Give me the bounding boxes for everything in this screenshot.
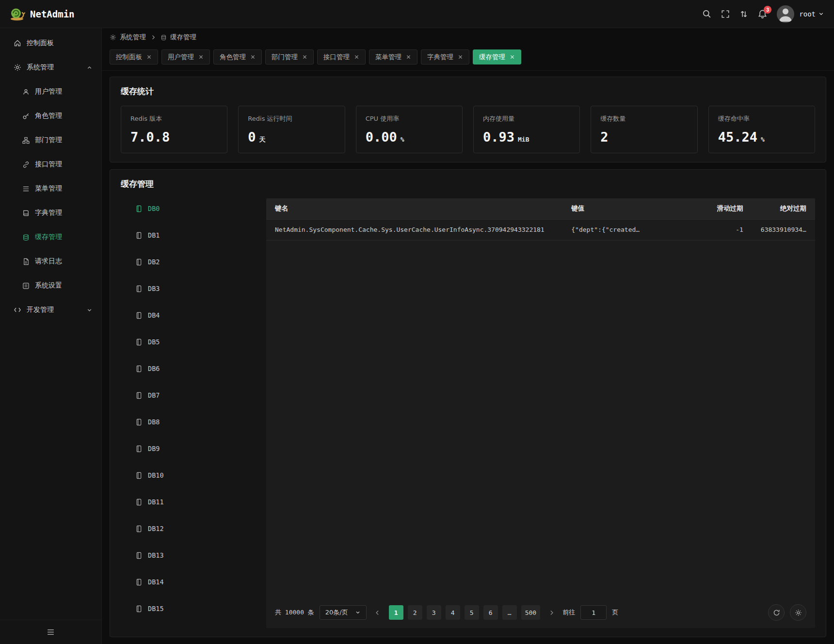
notifications-button[interactable]: 3: [758, 9, 767, 18]
db-item[interactable]: DB7: [135, 387, 266, 403]
db-item[interactable]: DB0: [135, 200, 266, 217]
app-header: NetAdmin 3: [0, 0, 834, 28]
close-icon[interactable]: [302, 54, 307, 60]
user-menu[interactable]: root: [777, 5, 824, 23]
close-icon[interactable]: [510, 54, 515, 60]
book-icon: [22, 209, 30, 217]
stat-label: 内存使用量: [483, 114, 570, 123]
breadcrumb-label: 系统管理: [120, 33, 146, 42]
cell-sliding-expiry: -1: [689, 219, 752, 240]
prev-page-button[interactable]: [372, 605, 384, 620]
close-icon[interactable]: [146, 54, 152, 60]
page-button[interactable]: 6: [483, 605, 498, 620]
db-item[interactable]: DB15: [135, 600, 266, 617]
search-button[interactable]: [702, 9, 711, 18]
sidebar-item-dictionaries[interactable]: 字典管理: [0, 201, 101, 225]
tab[interactable]: 用户管理: [161, 49, 210, 64]
sidebar-item-system[interactable]: 系统管理: [0, 55, 101, 80]
db-list: DB0 DB1 DB2: [121, 198, 266, 628]
app-title: NetAdmin: [30, 9, 75, 19]
tab-label: 部门管理: [272, 53, 298, 62]
close-icon[interactable]: [406, 54, 411, 60]
column-sliding-expiry: 滑动过期: [689, 198, 752, 219]
db-item[interactable]: DB14: [135, 574, 266, 590]
collapse-sidebar-icon: [47, 628, 55, 636]
db-item[interactable]: DB3: [135, 280, 266, 297]
page-size-value: 20条/页: [325, 608, 348, 617]
tab[interactable]: 控制面板: [110, 49, 158, 64]
org-chart-icon: [22, 137, 30, 144]
username: root: [799, 10, 816, 18]
database-icon: [135, 338, 143, 346]
page-button[interactable]: 3: [427, 605, 441, 620]
tab[interactable]: 菜单管理: [369, 49, 417, 64]
database-icon: [135, 258, 143, 266]
sidebar-item-dashboard[interactable]: 控制面板: [0, 31, 101, 55]
page-button[interactable]: …: [502, 605, 517, 620]
close-icon[interactable]: [458, 54, 463, 60]
tab[interactable]: 角色管理: [213, 49, 262, 64]
tab[interactable]: 缓存管理: [473, 49, 521, 64]
sidebar-item-users[interactable]: 用户管理: [0, 80, 101, 104]
chevron-down-icon: [86, 307, 93, 313]
sidebar-item-apis[interactable]: 接口管理: [0, 152, 101, 177]
db-item[interactable]: DB9: [135, 440, 266, 457]
code-icon: [14, 306, 21, 314]
breadcrumb-item-system[interactable]: 系统管理: [110, 33, 146, 42]
sidebar-item-departments[interactable]: 部门管理: [0, 128, 101, 152]
stat-value: 0 天: [248, 129, 335, 145]
db-item[interactable]: DB6: [135, 360, 266, 377]
cache-manager-card: 缓存管理 DB0: [110, 169, 826, 637]
close-icon[interactable]: [198, 54, 204, 60]
db-label: DB13: [148, 551, 164, 559]
db-item[interactable]: DB2: [135, 254, 266, 270]
page-button[interactable]: 5: [465, 605, 479, 620]
db-item[interactable]: DB13: [135, 547, 266, 564]
page-button[interactable]: 4: [446, 605, 460, 620]
db-item[interactable]: DB8: [135, 414, 266, 430]
stat-value: 2: [600, 129, 688, 145]
db-item[interactable]: DB4: [135, 307, 266, 323]
next-page-button[interactable]: [545, 605, 557, 620]
sidebar-item-dev[interactable]: 开发管理: [0, 298, 101, 322]
db-item[interactable]: DB11: [135, 494, 266, 510]
goto-page-input[interactable]: [580, 605, 607, 620]
db-item[interactable]: DB10: [135, 467, 266, 483]
layout-switch-button[interactable]: [739, 10, 748, 18]
page-button[interactable]: 2: [408, 605, 422, 620]
tab-bar: 控制面板 用户管理 角色管理 部门管理: [102, 47, 834, 71]
tab[interactable]: 字典管理: [421, 49, 469, 64]
settings-icon: [22, 282, 30, 290]
refresh-button[interactable]: [768, 604, 785, 621]
fullscreen-button[interactable]: [721, 10, 730, 18]
goto-suffix: 页: [612, 608, 618, 617]
sidebar-item-menus[interactable]: 菜单管理: [0, 177, 101, 201]
collapse-sidebar-button[interactable]: [0, 620, 101, 644]
sidebar-item-system-settings[interactable]: 系统设置: [0, 274, 101, 298]
tab-label: 接口管理: [323, 53, 350, 62]
database-icon: [135, 472, 143, 479]
chevron-right-icon: [150, 34, 156, 40]
tab[interactable]: 接口管理: [317, 49, 366, 64]
db-label: DB1: [148, 231, 160, 239]
db-item[interactable]: DB12: [135, 520, 266, 537]
breadcrumb: 系统管理 缓存管理: [102, 28, 834, 47]
page-button[interactable]: 500: [521, 605, 540, 620]
db-item[interactable]: DB5: [135, 334, 266, 350]
db-item[interactable]: DB1: [135, 227, 266, 243]
tab[interactable]: 部门管理: [265, 49, 314, 64]
close-icon[interactable]: [354, 54, 359, 60]
sidebar-item-roles[interactable]: 角色管理: [0, 104, 101, 128]
table-settings-button[interactable]: [790, 604, 806, 621]
table-row[interactable]: NetAdmin.SysComponent.Cache.Sys.UserCach…: [266, 219, 815, 240]
db-label: DB12: [148, 525, 164, 532]
page-size-select[interactable]: 20条/页: [320, 605, 367, 620]
close-icon[interactable]: [250, 54, 256, 60]
page-button[interactable]: 1: [389, 605, 403, 620]
sidebar-item-request-logs[interactable]: 请求日志: [0, 249, 101, 274]
sidebar-item-cache[interactable]: 缓存管理: [0, 225, 101, 249]
sidebar-item-label: 开发管理: [27, 306, 54, 314]
database-icon: [135, 365, 143, 372]
stat-label: Redis 版本: [130, 114, 218, 123]
db-label: DB10: [148, 471, 164, 479]
